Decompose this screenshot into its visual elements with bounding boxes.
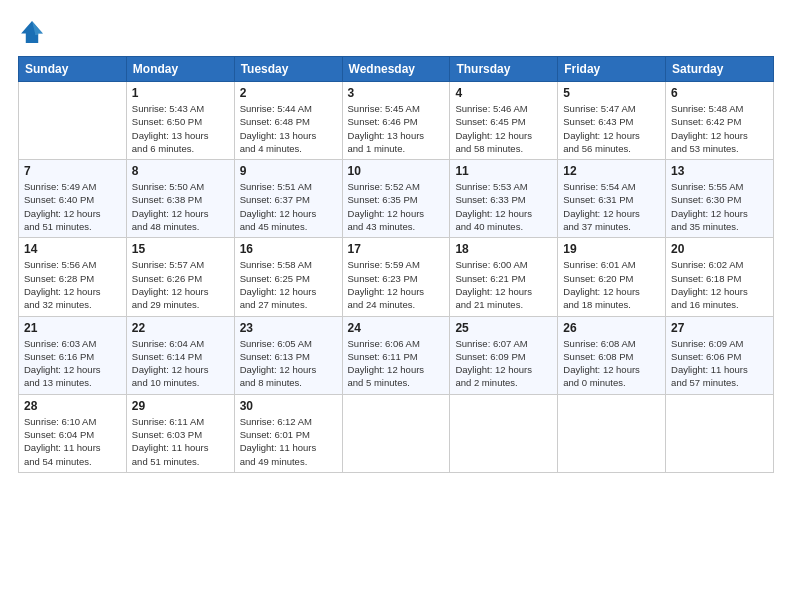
- day-info: Sunrise: 5:58 AM Sunset: 6:25 PM Dayligh…: [240, 258, 337, 311]
- calendar-cell: 20Sunrise: 6:02 AM Sunset: 6:18 PM Dayli…: [666, 238, 774, 316]
- day-info: Sunrise: 6:11 AM Sunset: 6:03 PM Dayligh…: [132, 415, 229, 468]
- week-row-2: 7Sunrise: 5:49 AM Sunset: 6:40 PM Daylig…: [19, 160, 774, 238]
- day-info: Sunrise: 5:46 AM Sunset: 6:45 PM Dayligh…: [455, 102, 552, 155]
- calendar-cell: 23Sunrise: 6:05 AM Sunset: 6:13 PM Dayli…: [234, 316, 342, 394]
- calendar-cell: 5Sunrise: 5:47 AM Sunset: 6:43 PM Daylig…: [558, 82, 666, 160]
- day-info: Sunrise: 6:04 AM Sunset: 6:14 PM Dayligh…: [132, 337, 229, 390]
- week-row-1: 1Sunrise: 5:43 AM Sunset: 6:50 PM Daylig…: [19, 82, 774, 160]
- day-info: Sunrise: 6:10 AM Sunset: 6:04 PM Dayligh…: [24, 415, 121, 468]
- logo: [18, 18, 50, 46]
- day-number: 26: [563, 321, 660, 335]
- calendar-cell: 17Sunrise: 5:59 AM Sunset: 6:23 PM Dayli…: [342, 238, 450, 316]
- day-number: 22: [132, 321, 229, 335]
- day-number: 2: [240, 86, 337, 100]
- calendar-cell: 29Sunrise: 6:11 AM Sunset: 6:03 PM Dayli…: [126, 394, 234, 472]
- calendar-cell: 19Sunrise: 6:01 AM Sunset: 6:20 PM Dayli…: [558, 238, 666, 316]
- weekday-header-tuesday: Tuesday: [234, 57, 342, 82]
- calendar-cell: 8Sunrise: 5:50 AM Sunset: 6:38 PM Daylig…: [126, 160, 234, 238]
- day-info: Sunrise: 5:51 AM Sunset: 6:37 PM Dayligh…: [240, 180, 337, 233]
- day-number: 5: [563, 86, 660, 100]
- day-info: Sunrise: 5:47 AM Sunset: 6:43 PM Dayligh…: [563, 102, 660, 155]
- calendar-cell: 18Sunrise: 6:00 AM Sunset: 6:21 PM Dayli…: [450, 238, 558, 316]
- day-number: 15: [132, 242, 229, 256]
- weekday-header-wednesday: Wednesday: [342, 57, 450, 82]
- day-number: 10: [348, 164, 445, 178]
- calendar-cell: 2Sunrise: 5:44 AM Sunset: 6:48 PM Daylig…: [234, 82, 342, 160]
- day-info: Sunrise: 5:57 AM Sunset: 6:26 PM Dayligh…: [132, 258, 229, 311]
- day-number: 16: [240, 242, 337, 256]
- week-row-4: 21Sunrise: 6:03 AM Sunset: 6:16 PM Dayli…: [19, 316, 774, 394]
- calendar-cell: [558, 394, 666, 472]
- day-number: 12: [563, 164, 660, 178]
- day-info: Sunrise: 5:54 AM Sunset: 6:31 PM Dayligh…: [563, 180, 660, 233]
- calendar-cell: [666, 394, 774, 472]
- weekday-header-monday: Monday: [126, 57, 234, 82]
- calendar-cell: 12Sunrise: 5:54 AM Sunset: 6:31 PM Dayli…: [558, 160, 666, 238]
- calendar-cell: [19, 82, 127, 160]
- day-number: 7: [24, 164, 121, 178]
- day-number: 6: [671, 86, 768, 100]
- week-row-3: 14Sunrise: 5:56 AM Sunset: 6:28 PM Dayli…: [19, 238, 774, 316]
- weekday-header-thursday: Thursday: [450, 57, 558, 82]
- day-info: Sunrise: 5:49 AM Sunset: 6:40 PM Dayligh…: [24, 180, 121, 233]
- day-info: Sunrise: 6:02 AM Sunset: 6:18 PM Dayligh…: [671, 258, 768, 311]
- day-number: 13: [671, 164, 768, 178]
- day-number: 11: [455, 164, 552, 178]
- day-info: Sunrise: 6:09 AM Sunset: 6:06 PM Dayligh…: [671, 337, 768, 390]
- day-number: 28: [24, 399, 121, 413]
- day-info: Sunrise: 5:53 AM Sunset: 6:33 PM Dayligh…: [455, 180, 552, 233]
- day-number: 19: [563, 242, 660, 256]
- calendar-cell: 13Sunrise: 5:55 AM Sunset: 6:30 PM Dayli…: [666, 160, 774, 238]
- day-number: 29: [132, 399, 229, 413]
- day-number: 23: [240, 321, 337, 335]
- calendar-cell: 24Sunrise: 6:06 AM Sunset: 6:11 PM Dayli…: [342, 316, 450, 394]
- day-info: Sunrise: 5:48 AM Sunset: 6:42 PM Dayligh…: [671, 102, 768, 155]
- calendar-cell: 26Sunrise: 6:08 AM Sunset: 6:08 PM Dayli…: [558, 316, 666, 394]
- day-info: Sunrise: 6:00 AM Sunset: 6:21 PM Dayligh…: [455, 258, 552, 311]
- weekday-header-row: SundayMondayTuesdayWednesdayThursdayFrid…: [19, 57, 774, 82]
- weekday-header-sunday: Sunday: [19, 57, 127, 82]
- day-number: 24: [348, 321, 445, 335]
- day-number: 8: [132, 164, 229, 178]
- day-number: 25: [455, 321, 552, 335]
- day-number: 17: [348, 242, 445, 256]
- calendar-cell: [342, 394, 450, 472]
- day-info: Sunrise: 6:08 AM Sunset: 6:08 PM Dayligh…: [563, 337, 660, 390]
- calendar-cell: 28Sunrise: 6:10 AM Sunset: 6:04 PM Dayli…: [19, 394, 127, 472]
- day-info: Sunrise: 6:03 AM Sunset: 6:16 PM Dayligh…: [24, 337, 121, 390]
- week-row-5: 28Sunrise: 6:10 AM Sunset: 6:04 PM Dayli…: [19, 394, 774, 472]
- calendar-cell: 22Sunrise: 6:04 AM Sunset: 6:14 PM Dayli…: [126, 316, 234, 394]
- calendar-cell: 15Sunrise: 5:57 AM Sunset: 6:26 PM Dayli…: [126, 238, 234, 316]
- day-number: 1: [132, 86, 229, 100]
- day-info: Sunrise: 5:59 AM Sunset: 6:23 PM Dayligh…: [348, 258, 445, 311]
- header: [18, 18, 774, 46]
- calendar-cell: 9Sunrise: 5:51 AM Sunset: 6:37 PM Daylig…: [234, 160, 342, 238]
- day-info: Sunrise: 6:06 AM Sunset: 6:11 PM Dayligh…: [348, 337, 445, 390]
- day-info: Sunrise: 5:50 AM Sunset: 6:38 PM Dayligh…: [132, 180, 229, 233]
- day-info: Sunrise: 5:45 AM Sunset: 6:46 PM Dayligh…: [348, 102, 445, 155]
- day-info: Sunrise: 6:12 AM Sunset: 6:01 PM Dayligh…: [240, 415, 337, 468]
- day-info: Sunrise: 5:43 AM Sunset: 6:50 PM Dayligh…: [132, 102, 229, 155]
- day-info: Sunrise: 5:52 AM Sunset: 6:35 PM Dayligh…: [348, 180, 445, 233]
- calendar-cell: 27Sunrise: 6:09 AM Sunset: 6:06 PM Dayli…: [666, 316, 774, 394]
- day-number: 9: [240, 164, 337, 178]
- calendar-cell: 11Sunrise: 5:53 AM Sunset: 6:33 PM Dayli…: [450, 160, 558, 238]
- logo-icon: [18, 18, 46, 46]
- calendar-cell: 4Sunrise: 5:46 AM Sunset: 6:45 PM Daylig…: [450, 82, 558, 160]
- day-number: 20: [671, 242, 768, 256]
- day-number: 3: [348, 86, 445, 100]
- day-number: 18: [455, 242, 552, 256]
- day-info: Sunrise: 5:55 AM Sunset: 6:30 PM Dayligh…: [671, 180, 768, 233]
- calendar-cell: 21Sunrise: 6:03 AM Sunset: 6:16 PM Dayli…: [19, 316, 127, 394]
- day-info: Sunrise: 6:05 AM Sunset: 6:13 PM Dayligh…: [240, 337, 337, 390]
- calendar-cell: 1Sunrise: 5:43 AM Sunset: 6:50 PM Daylig…: [126, 82, 234, 160]
- calendar-cell: 30Sunrise: 6:12 AM Sunset: 6:01 PM Dayli…: [234, 394, 342, 472]
- calendar-cell: 6Sunrise: 5:48 AM Sunset: 6:42 PM Daylig…: [666, 82, 774, 160]
- weekday-header-friday: Friday: [558, 57, 666, 82]
- day-number: 27: [671, 321, 768, 335]
- calendar-cell: [450, 394, 558, 472]
- day-info: Sunrise: 6:07 AM Sunset: 6:09 PM Dayligh…: [455, 337, 552, 390]
- day-number: 4: [455, 86, 552, 100]
- weekday-header-saturday: Saturday: [666, 57, 774, 82]
- day-number: 14: [24, 242, 121, 256]
